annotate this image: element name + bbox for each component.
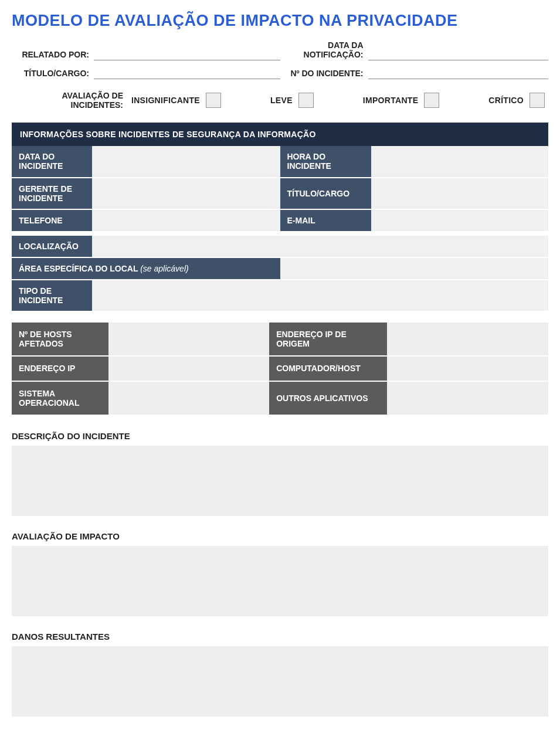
specific-area-label: ÁREA ESPECÍFICA DO LOCAL (se aplicável) <box>12 258 280 280</box>
incident-no-input[interactable] <box>368 66 549 79</box>
os-input[interactable] <box>108 382 270 416</box>
other-apps-input[interactable] <box>387 382 548 416</box>
email-label: E-MAIL <box>280 210 372 232</box>
title-role-label: TÍTULO/CARGO: <box>12 69 94 79</box>
other-apps-label: OUTROS APLICATIVOS <box>269 382 387 416</box>
email-input[interactable] <box>371 210 548 232</box>
computer-host-label: COMPUTADOR/HOST <box>269 357 387 381</box>
assessment-option-important: IMPORTANTE <box>363 93 440 108</box>
hosts-affected-input[interactable] <box>108 323 270 357</box>
computer-host-input[interactable] <box>387 357 548 381</box>
specific-area-input[interactable] <box>280 258 549 280</box>
assessment-label-light: LEVE <box>270 96 293 105</box>
incident-date-input[interactable] <box>92 146 280 178</box>
checkbox-critical[interactable] <box>530 93 545 108</box>
incident-description-section: DESCRIÇÃO DO INCIDENTE <box>12 431 548 516</box>
header-row-2: TÍTULO/CARGO: Nº DO INCIDENTE: <box>12 66 548 79</box>
info-title-role-input[interactable] <box>371 178 548 210</box>
hosts-affected-label: Nº DE HOSTS AFETADOS <box>12 323 108 357</box>
incident-manager-label: GERENTE DE INCIDENTE <box>12 178 92 210</box>
impact-assessment-title: AVALIAÇÃO DE IMPACTO <box>12 531 548 541</box>
info-table: DATA DO INCIDENTE HORA DO INCIDENTE GERE… <box>12 146 548 312</box>
tech-table: Nº DE HOSTS AFETADOS ENDEREÇO IP DE ORIG… <box>12 323 548 415</box>
incident-description-input[interactable] <box>12 446 548 516</box>
incident-type-input[interactable] <box>92 280 548 312</box>
notification-date-input[interactable] <box>368 47 549 60</box>
os-label: SISTEMA OPERACIONAL <box>12 382 108 416</box>
page-title: MODELO DE AVALIAÇÃO DE IMPACTO NA PRIVAC… <box>12 12 548 30</box>
incident-type-label: TIPO DE INCIDENTE <box>12 280 92 312</box>
incident-no-label: Nº DO INCIDENTE: <box>280 69 368 79</box>
resulting-damages-section: DANOS RESULTANTES <box>12 632 548 717</box>
ip-input[interactable] <box>108 357 270 381</box>
incident-time-input[interactable] <box>371 146 548 178</box>
incident-description-title: DESCRIÇÃO DO INCIDENTE <box>12 431 548 441</box>
title-role-input[interactable] <box>94 66 280 79</box>
resulting-damages-input[interactable] <box>12 646 548 717</box>
header-row-1: RELATADO POR: DATA DA NOTIFICAÇÃO: <box>12 40 548 60</box>
assessment-row: AVALIAÇÃO DE INCIDENTES: INSIGNIFICANTE … <box>12 91 548 110</box>
phone-input[interactable] <box>92 210 280 232</box>
reported-by-input[interactable] <box>94 47 280 60</box>
assessment-label-insignificant: INSIGNIFICANTE <box>131 96 200 105</box>
assessment-lead-label: AVALIAÇÃO DE INCIDENTES: <box>12 91 129 110</box>
ip-label: ENDEREÇO IP <box>12 357 108 381</box>
source-ip-label: ENDEREÇO IP DE ORIGEM <box>269 323 387 357</box>
assessment-option-insignificant: INSIGNIFICANTE <box>131 93 221 108</box>
source-ip-input[interactable] <box>387 323 548 357</box>
assessment-option-critical: CRÍTICO <box>488 93 545 108</box>
impact-assessment-section: AVALIAÇÃO DE IMPACTO <box>12 531 548 616</box>
assessment-label-critical: CRÍTICO <box>488 96 524 105</box>
location-label: LOCALIZAÇÃO <box>12 236 92 258</box>
incident-manager-input[interactable] <box>92 178 280 210</box>
resulting-damages-title: DANOS RESULTANTES <box>12 632 548 642</box>
location-input[interactable] <box>92 236 548 258</box>
reported-by-label: RELATADO POR: <box>12 50 94 60</box>
notification-date-label: DATA DA NOTIFICAÇÃO: <box>280 40 368 60</box>
checkbox-light[interactable] <box>298 93 314 108</box>
phone-label: TELEFONE <box>12 210 92 232</box>
checkbox-important[interactable] <box>424 93 439 108</box>
checkbox-insignificant[interactable] <box>206 93 221 108</box>
incident-time-label: HORA DO INCIDENTE <box>280 146 372 178</box>
incident-date-label: DATA DO INCIDENTE <box>12 146 92 178</box>
impact-assessment-input[interactable] <box>12 546 548 616</box>
info-banner: INFORMAÇÕES SOBRE INCIDENTES DE SEGURANÇ… <box>12 123 548 146</box>
assessment-label-important: IMPORTANTE <box>363 96 419 105</box>
info-title-role-label: TÍTULO/CARGO <box>280 178 372 210</box>
assessment-option-light: LEVE <box>270 93 314 108</box>
